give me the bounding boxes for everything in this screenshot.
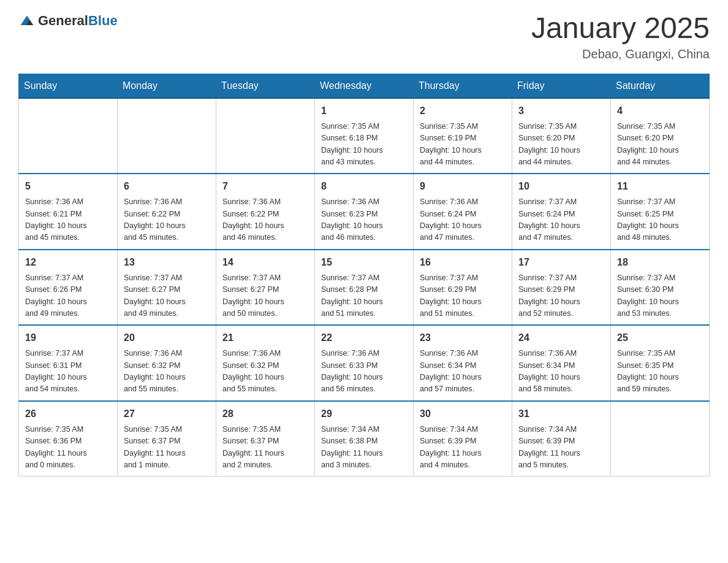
calendar-cell: 2Sunrise: 7:35 AM Sunset: 6:19 PM Daylig…: [414, 98, 512, 174]
day-info: Sunrise: 7:37 AM Sunset: 6:31 PM Dayligh…: [25, 348, 111, 396]
calendar-header-row: SundayMondayTuesdayWednesdayThursdayFrid…: [19, 74, 710, 98]
day-info: Sunrise: 7:37 AM Sunset: 6:30 PM Dayligh…: [617, 272, 703, 320]
calendar-cell: 3Sunrise: 7:35 AM Sunset: 6:20 PM Daylig…: [512, 98, 611, 174]
calendar-table: SundayMondayTuesdayWednesdayThursdayFrid…: [18, 74, 710, 477]
calendar-cell: 7Sunrise: 7:36 AM Sunset: 6:22 PM Daylig…: [216, 174, 315, 250]
calendar-cell: 9Sunrise: 7:36 AM Sunset: 6:24 PM Daylig…: [414, 174, 512, 250]
calendar-header-thursday: Thursday: [414, 74, 512, 98]
day-number: 4: [617, 104, 703, 118]
day-info: Sunrise: 7:36 AM Sunset: 6:22 PM Dayligh…: [222, 196, 308, 244]
calendar-cell: 31Sunrise: 7:34 AM Sunset: 6:39 PM Dayli…: [512, 401, 611, 477]
calendar-cell: 21Sunrise: 7:36 AM Sunset: 6:32 PM Dayli…: [216, 325, 315, 401]
day-number: 27: [124, 407, 210, 421]
calendar-cell: 15Sunrise: 7:37 AM Sunset: 6:28 PM Dayli…: [315, 250, 414, 326]
day-number: 3: [518, 104, 604, 118]
calendar-week-5: 26Sunrise: 7:35 AM Sunset: 6:36 PM Dayli…: [19, 401, 710, 477]
day-number: 15: [321, 255, 407, 270]
calendar-cell: 5Sunrise: 7:36 AM Sunset: 6:21 PM Daylig…: [19, 174, 118, 250]
calendar-cell: 8Sunrise: 7:36 AM Sunset: 6:23 PM Daylig…: [315, 174, 414, 250]
day-number: 22: [321, 331, 407, 345]
day-info: Sunrise: 7:34 AM Sunset: 6:39 PM Dayligh…: [420, 424, 506, 472]
day-info: Sunrise: 7:36 AM Sunset: 6:22 PM Dayligh…: [124, 196, 210, 244]
calendar-cell: 28Sunrise: 7:35 AM Sunset: 6:37 PM Dayli…: [216, 401, 315, 477]
day-info: Sunrise: 7:37 AM Sunset: 6:29 PM Dayligh…: [518, 272, 604, 320]
day-number: 31: [518, 407, 604, 421]
calendar-week-1: 1Sunrise: 7:35 AM Sunset: 6:18 PM Daylig…: [19, 98, 710, 174]
day-number: 6: [124, 179, 210, 194]
day-number: 18: [617, 255, 703, 270]
calendar-cell: [118, 98, 216, 174]
logo-icon: [18, 12, 36, 29]
calendar-header-sunday: Sunday: [19, 74, 118, 98]
day-number: 9: [420, 179, 506, 194]
month-title: January 2025: [531, 12, 710, 45]
calendar-cell: 30Sunrise: 7:34 AM Sunset: 6:39 PM Dayli…: [414, 401, 512, 477]
calendar-cell: 23Sunrise: 7:36 AM Sunset: 6:34 PM Dayli…: [414, 325, 512, 401]
location: Debao, Guangxi, China: [531, 47, 710, 61]
calendar-cell: 25Sunrise: 7:35 AM Sunset: 6:35 PM Dayli…: [611, 325, 710, 401]
calendar-cell: [19, 98, 118, 174]
day-number: 10: [518, 179, 604, 194]
calendar-cell: 29Sunrise: 7:34 AM Sunset: 6:38 PM Dayli…: [315, 401, 414, 477]
calendar-week-2: 5Sunrise: 7:36 AM Sunset: 6:21 PM Daylig…: [19, 174, 710, 250]
day-info: Sunrise: 7:37 AM Sunset: 6:25 PM Dayligh…: [617, 196, 703, 244]
day-info: Sunrise: 7:36 AM Sunset: 6:32 PM Dayligh…: [124, 348, 210, 396]
day-info: Sunrise: 7:35 AM Sunset: 6:37 PM Dayligh…: [222, 424, 308, 472]
day-info: Sunrise: 7:37 AM Sunset: 6:26 PM Dayligh…: [25, 272, 111, 320]
logo-text-blue: Blue: [88, 13, 118, 28]
calendar-header-wednesday: Wednesday: [315, 74, 414, 98]
day-info: Sunrise: 7:36 AM Sunset: 6:33 PM Dayligh…: [321, 348, 407, 396]
day-number: 25: [617, 331, 703, 345]
day-info: Sunrise: 7:35 AM Sunset: 6:20 PM Dayligh…: [518, 121, 604, 169]
day-number: 23: [420, 331, 506, 345]
day-info: Sunrise: 7:35 AM Sunset: 6:36 PM Dayligh…: [25, 424, 111, 472]
day-info: Sunrise: 7:36 AM Sunset: 6:34 PM Dayligh…: [420, 348, 506, 396]
logo-text-general: General: [38, 13, 88, 28]
day-number: 29: [321, 407, 407, 421]
calendar-cell: 19Sunrise: 7:37 AM Sunset: 6:31 PM Dayli…: [19, 325, 118, 401]
day-info: Sunrise: 7:34 AM Sunset: 6:38 PM Dayligh…: [321, 424, 407, 472]
day-info: Sunrise: 7:37 AM Sunset: 6:27 PM Dayligh…: [124, 272, 210, 320]
day-number: 12: [25, 255, 111, 270]
calendar-header-monday: Monday: [118, 74, 216, 98]
day-number: 21: [222, 331, 308, 345]
day-info: Sunrise: 7:34 AM Sunset: 6:39 PM Dayligh…: [518, 424, 604, 472]
calendar-cell: [611, 401, 710, 477]
calendar-cell: 10Sunrise: 7:37 AM Sunset: 6:24 PM Dayli…: [512, 174, 611, 250]
day-info: Sunrise: 7:35 AM Sunset: 6:20 PM Dayligh…: [617, 121, 703, 169]
day-info: Sunrise: 7:36 AM Sunset: 6:23 PM Dayligh…: [321, 196, 407, 244]
day-info: Sunrise: 7:37 AM Sunset: 6:24 PM Dayligh…: [518, 196, 604, 244]
day-number: 17: [518, 255, 604, 270]
day-number: 19: [25, 331, 111, 345]
day-number: 16: [420, 255, 506, 270]
day-info: Sunrise: 7:36 AM Sunset: 6:32 PM Dayligh…: [222, 348, 308, 396]
calendar-header-tuesday: Tuesday: [216, 74, 315, 98]
day-info: Sunrise: 7:35 AM Sunset: 6:19 PM Dayligh…: [420, 121, 506, 169]
day-number: 5: [25, 179, 111, 194]
calendar-week-4: 19Sunrise: 7:37 AM Sunset: 6:31 PM Dayli…: [19, 325, 710, 401]
day-number: 1: [321, 104, 407, 118]
calendar-cell: 24Sunrise: 7:36 AM Sunset: 6:34 PM Dayli…: [512, 325, 611, 401]
day-info: Sunrise: 7:35 AM Sunset: 6:37 PM Dayligh…: [124, 424, 210, 472]
calendar-header-saturday: Saturday: [611, 74, 710, 98]
day-number: 8: [321, 179, 407, 194]
day-number: 30: [420, 407, 506, 421]
day-number: 26: [25, 407, 111, 421]
calendar-cell: 6Sunrise: 7:36 AM Sunset: 6:22 PM Daylig…: [118, 174, 216, 250]
day-number: 28: [222, 407, 308, 421]
calendar-cell: 16Sunrise: 7:37 AM Sunset: 6:29 PM Dayli…: [414, 250, 512, 326]
day-number: 24: [518, 331, 604, 345]
page-header: GeneralBlue January 2025 Debao, Guangxi,…: [18, 12, 710, 61]
calendar-cell: 1Sunrise: 7:35 AM Sunset: 6:18 PM Daylig…: [315, 98, 414, 174]
calendar-cell: 26Sunrise: 7:35 AM Sunset: 6:36 PM Dayli…: [19, 401, 118, 477]
calendar-week-3: 12Sunrise: 7:37 AM Sunset: 6:26 PM Dayli…: [19, 250, 710, 326]
calendar-cell: 4Sunrise: 7:35 AM Sunset: 6:20 PM Daylig…: [611, 98, 710, 174]
calendar-cell: [216, 98, 315, 174]
calendar-cell: 22Sunrise: 7:36 AM Sunset: 6:33 PM Dayli…: [315, 325, 414, 401]
day-number: 11: [617, 179, 703, 194]
title-block: January 2025 Debao, Guangxi, China: [531, 12, 710, 61]
calendar-cell: 27Sunrise: 7:35 AM Sunset: 6:37 PM Dayli…: [118, 401, 216, 477]
calendar-cell: 18Sunrise: 7:37 AM Sunset: 6:30 PM Dayli…: [611, 250, 710, 326]
day-info: Sunrise: 7:36 AM Sunset: 6:34 PM Dayligh…: [518, 348, 604, 396]
calendar-cell: 20Sunrise: 7:36 AM Sunset: 6:32 PM Dayli…: [118, 325, 216, 401]
